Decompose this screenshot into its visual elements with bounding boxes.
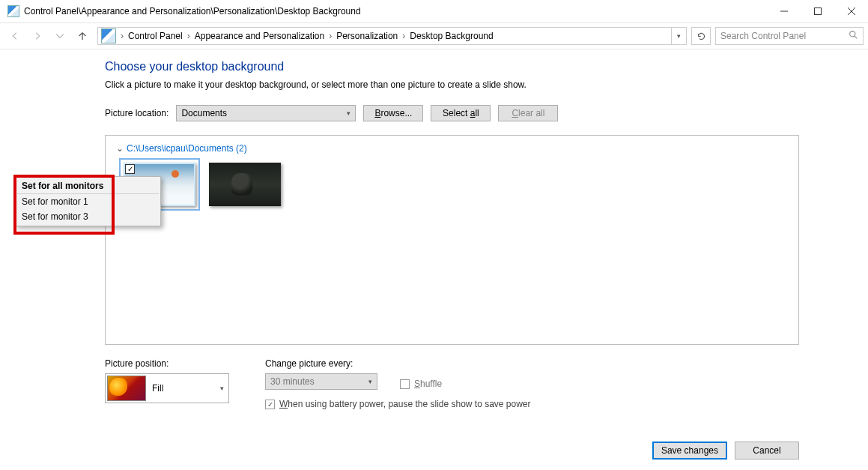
chevron-down-icon: ▾ (368, 378, 372, 385)
thumbnail-row: ✓ (124, 163, 788, 206)
thumbnail-2[interactable] (209, 163, 281, 206)
search-placeholder: Search Control Panel (720, 31, 806, 41)
page-heading: Choose your desktop background (105, 60, 799, 73)
picture-position-select[interactable]: Fill ▾ (105, 373, 229, 403)
chevron-right-icon[interactable]: › (119, 31, 125, 41)
shuffle-checkbox-row: Shuffle (400, 379, 442, 389)
close-button[interactable] (834, 0, 868, 22)
select-all-button[interactable]: Select all (431, 105, 491, 121)
change-every-select: 30 minutes ▾ (265, 373, 377, 390)
chevron-right-icon[interactable]: › (401, 31, 407, 41)
picture-position-value: Fill (152, 383, 163, 394)
shuffle-label: Shuffle (414, 379, 442, 389)
crumb-control-panel[interactable]: Control Panel (125, 31, 186, 41)
chevron-down-icon: ⌄ (116, 143, 124, 154)
thumbnail-checkbox[interactable]: ✓ (125, 164, 135, 174)
group-header[interactable]: ⌄ C:\Users\icpau\Documents (2) (116, 143, 788, 154)
content-area: Choose your desktop background Click a p… (105, 60, 799, 409)
chevron-right-icon[interactable]: › (327, 31, 333, 41)
breadcrumb-dropdown[interactable]: ▾ (671, 28, 686, 44)
context-menu[interactable]: Set for all monitors Set for monitor 1 S… (15, 176, 161, 226)
picture-position-preview (107, 376, 146, 401)
svg-rect-1 (814, 8, 821, 15)
breadcrumb-icon (101, 28, 116, 43)
minimize-button[interactable] (767, 0, 801, 22)
battery-checkbox-row[interactable]: ✓ When using battery power, pause the sl… (265, 399, 531, 409)
group-header-text: C:\Users\icpau\Documents (2) (127, 143, 247, 154)
up-button[interactable] (72, 25, 93, 46)
context-menu-item-monitor3[interactable]: Set for monitor 3 (17, 209, 159, 224)
forward-button[interactable] (27, 25, 48, 46)
svg-line-5 (855, 36, 857, 38)
control-panel-window: Control Panel\Appearance and Personaliza… (0, 0, 868, 470)
page-subtext: Click a picture to make it your desktop … (105, 79, 799, 90)
save-changes-button[interactable]: Save changes (652, 442, 727, 460)
navbar: › Control Panel › Appearance and Persona… (0, 22, 868, 49)
picture-location-label: Picture location: (105, 108, 169, 118)
chevron-down-icon: ▾ (347, 109, 350, 117)
window-controls (767, 0, 868, 22)
clear-all-button[interactable]: Clear all (498, 105, 558, 121)
refresh-button[interactable] (691, 27, 711, 45)
crumb-personalization[interactable]: Personalization (333, 31, 401, 41)
breadcrumb[interactable]: › Control Panel › Appearance and Persona… (97, 27, 687, 45)
chevron-right-icon[interactable]: › (186, 31, 192, 41)
pictures-list[interactable]: ⌄ C:\Users\icpau\Documents (2) ✓ (105, 135, 799, 345)
cancel-button[interactable]: Cancel (735, 442, 799, 460)
context-menu-header[interactable]: Set for all monitors (17, 178, 159, 194)
change-every-group: Change picture every: 30 minutes ▾ Shuff… (265, 358, 531, 409)
search-icon (849, 30, 858, 42)
maximize-button[interactable] (801, 0, 834, 22)
picture-location-row: Picture location: Documents ▾ Browse... … (105, 105, 799, 121)
title-path: Control Panel\Appearance and Personaliza… (24, 6, 361, 16)
shuffle-checkbox (400, 379, 410, 389)
battery-label: When using battery power, pause the slid… (279, 399, 531, 409)
svg-point-4 (850, 31, 855, 37)
chevron-down-icon: ▾ (220, 385, 224, 392)
app-icon (7, 5, 19, 17)
battery-checkbox[interactable]: ✓ (265, 400, 275, 409)
thumbnail-image (209, 163, 281, 206)
recent-dropdown[interactable] (49, 25, 70, 46)
picture-position-label: Picture position: (105, 358, 229, 369)
picture-location-select[interactable]: Documents ▾ (176, 105, 356, 121)
context-menu-item-monitor1[interactable]: Set for monitor 1 (17, 194, 159, 209)
picture-position-group: Picture position: Fill ▾ (105, 358, 229, 409)
browse-button[interactable]: Browse... (363, 105, 423, 121)
crumb-desktop-background[interactable]: Desktop Background (407, 31, 496, 41)
footer-buttons: Save changes Cancel (652, 442, 799, 460)
change-every-value: 30 minutes (270, 376, 315, 387)
context-menu-wrap: Set for all monitors Set for monitor 1 S… (15, 176, 161, 226)
change-every-label: Change picture every: (265, 358, 531, 369)
search-input[interactable]: Search Control Panel (715, 27, 864, 45)
crumb-appearance[interactable]: Appearance and Personalization (192, 31, 327, 41)
titlebar: Control Panel\Appearance and Personaliza… (0, 0, 868, 22)
back-button[interactable] (4, 25, 25, 46)
picture-location-value: Documents (181, 108, 227, 118)
lower-controls: Picture position: Fill ▾ Change picture … (105, 358, 799, 409)
